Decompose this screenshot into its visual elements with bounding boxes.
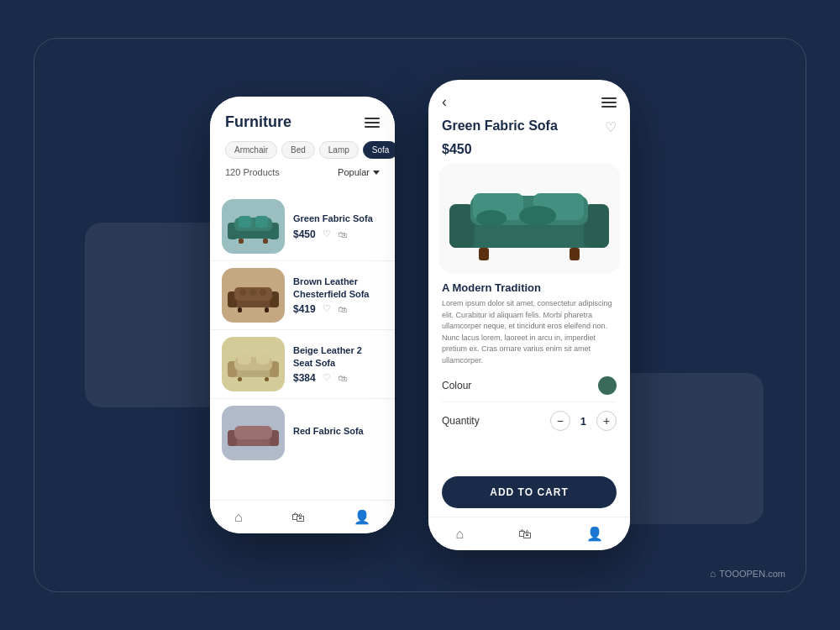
back-button[interactable]: ‹	[442, 93, 447, 111]
tab-bed[interactable]: Bed	[281, 141, 315, 159]
detail-nav-profile-icon[interactable]: 👤	[586, 526, 603, 542]
sofa-image-3	[226, 345, 281, 383]
add-to-cart-button[interactable]: ADD TO CART	[442, 476, 617, 508]
product-image-bg-1	[222, 199, 285, 254]
detail-header: ‹	[428, 80, 630, 118]
product-price-row-2: $419 ♡ 🛍	[293, 303, 383, 315]
nav-home-icon[interactable]: ⌂	[234, 510, 243, 525]
svg-rect-37	[479, 248, 489, 260]
product-info-1: Green Fabric Sofa $450 ♡ 🛍	[293, 213, 383, 239]
cart-icon-3[interactable]: 🛍	[338, 373, 347, 383]
product-price-row-3: $384 ♡ 🛍	[293, 372, 383, 384]
colour-label: Colour	[442, 380, 471, 391]
watermark-text: TOOOPEN.com	[719, 569, 785, 579]
product-name-2: Brown Leather Chesterfield Sofa	[293, 276, 383, 300]
svg-rect-6	[239, 239, 244, 244]
detail-sofa-image	[445, 172, 613, 265]
cart-icon-1[interactable]: 🛍	[338, 229, 347, 239]
detail-title-row: Green Fabric Sofa ♡	[428, 118, 630, 139]
svg-rect-5	[255, 216, 268, 228]
list-item[interactable]: Beige Leather 2 Seat Sofa $384 ♡ 🛍	[210, 330, 395, 399]
svg-rect-22	[256, 354, 270, 365]
quantity-option-row: Quantity − 1 +	[442, 411, 617, 438]
watermark: ⌂ TOOOPEN.com	[710, 568, 785, 580]
nav-cart-icon[interactable]: 🛍	[291, 510, 305, 525]
product-price-row-1: $450 ♡ 🛍	[293, 228, 383, 240]
product-list: Green Fabric Sofa $450 ♡ 🛍	[210, 192, 395, 500]
quantity-label: Quantity	[442, 415, 480, 427]
detail-menu-icon[interactable]	[601, 97, 617, 108]
list-item[interactable]: Green Fabric Sofa $450 ♡ 🛍	[210, 192, 395, 261]
svg-point-36	[519, 206, 556, 226]
svg-rect-7	[263, 239, 268, 244]
phone-list: Furniture Armchair Bed Lamp Sofa 120 Pro…	[210, 97, 395, 533]
tab-armchair[interactable]: Armchair	[225, 141, 277, 159]
detail-nav-home-icon[interactable]: ⌂	[455, 527, 464, 542]
phone-detail: ‹ Green Fabric Sofa ♡ $450	[428, 80, 630, 550]
product-image-bg-2	[222, 268, 285, 323]
svg-rect-38	[570, 248, 580, 260]
menu-icon[interactable]	[365, 118, 380, 128]
product-info-2: Brown Leather Chesterfield Sofa $419 ♡ 🛍	[293, 276, 383, 315]
svg-point-14	[260, 289, 266, 296]
category-tabs: Armchair Bed Lamp Sofa	[225, 141, 380, 159]
watermark-icon: ⌂	[710, 568, 716, 580]
svg-rect-24	[265, 377, 269, 381]
list-item[interactable]: Brown Leather Chesterfield Sofa $419 ♡ 🛍	[210, 261, 395, 330]
heart-icon-3[interactable]: ♡	[323, 372, 331, 383]
product-name-4: Red Fabric Sofa	[293, 425, 383, 437]
title-row: Furniture	[225, 113, 380, 131]
svg-point-13	[249, 289, 256, 296]
outer-frame: Furniture Armchair Bed Lamp Sofa 120 Pro…	[34, 38, 806, 592]
product-price-1: $450	[293, 228, 316, 240]
detail-image-area	[438, 164, 620, 273]
product-name-3: Beige Leather 2 Seat Sofa	[293, 344, 383, 369]
colour-dot[interactable]	[598, 376, 617, 395]
heart-icon-1[interactable]: ♡	[323, 228, 331, 239]
svg-rect-28	[234, 426, 272, 439]
phones-container: Furniture Armchair Bed Lamp Sofa 120 Pro…	[210, 80, 630, 550]
svg-rect-16	[265, 307, 269, 312]
quantity-control: − 1 +	[550, 411, 617, 431]
svg-point-35	[476, 210, 507, 227]
quantity-value: 1	[580, 415, 586, 428]
product-info-4: Red Fabric Sofa	[293, 425, 383, 440]
app-title: Furniture	[225, 113, 291, 131]
list-header: Furniture Armchair Bed Lamp Sofa 120 Pro…	[210, 97, 395, 192]
detail-description: Lorem ipsum dolor sit amet, consectetur …	[442, 298, 617, 366]
bottom-nav-detail: ⌂ 🛍 👤	[428, 517, 630, 550]
svg-rect-21	[238, 354, 251, 365]
product-image-bg-3	[222, 337, 285, 391]
svg-point-12	[239, 289, 246, 296]
colour-option-row: Colour	[442, 376, 617, 402]
tab-sofa[interactable]: Sofa	[363, 141, 395, 159]
sofa-image-1	[226, 207, 281, 245]
filter-row: 120 Products Popular	[225, 167, 380, 177]
sort-label: Popular	[338, 167, 370, 177]
detail-nav-cart-icon[interactable]: 🛍	[518, 527, 532, 542]
sort-button[interactable]: Popular	[338, 167, 380, 177]
detail-product-title: Green Fabric Sofa	[442, 118, 605, 134]
sort-arrow-icon	[373, 171, 380, 175]
detail-section-title: A Modern Tradition	[442, 281, 617, 294]
detail-product-price: $450	[428, 139, 630, 164]
svg-rect-23	[238, 377, 242, 381]
heart-icon-2[interactable]: ♡	[323, 303, 331, 314]
sofa-image-4	[226, 414, 281, 452]
quantity-increase-button[interactable]: +	[596, 411, 617, 431]
cart-icon-2[interactable]: 🛍	[338, 304, 347, 314]
product-info-3: Beige Leather 2 Seat Sofa $384 ♡ 🛍	[293, 344, 383, 384]
sofa-image-2	[226, 276, 281, 314]
list-item[interactable]: Red Fabric Sofa	[210, 399, 395, 467]
svg-rect-15	[238, 307, 242, 312]
products-count: 120 Products	[225, 167, 280, 177]
detail-body: A Modern Tradition Lorem ipsum dolor sit…	[428, 273, 630, 476]
product-price-2: $419	[293, 303, 316, 315]
nav-profile-icon[interactable]: 👤	[354, 509, 370, 525]
detail-heart-icon[interactable]: ♡	[605, 119, 617, 135]
product-price-3: $384	[293, 372, 316, 384]
quantity-decrease-button[interactable]: −	[550, 411, 570, 431]
tab-lamp[interactable]: Lamp	[319, 141, 359, 159]
svg-rect-4	[239, 216, 251, 228]
bottom-nav-list: ⌂ 🛍 👤	[210, 500, 395, 533]
